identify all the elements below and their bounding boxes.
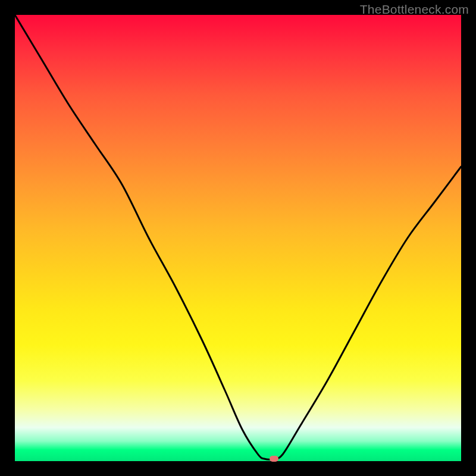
curve-svg — [15, 15, 461, 461]
bottleneck-curve-path — [15, 15, 461, 459]
chart-frame: TheBottleneck.com — [0, 0, 476, 476]
plot-area — [15, 15, 461, 461]
minimum-marker — [270, 456, 278, 462]
